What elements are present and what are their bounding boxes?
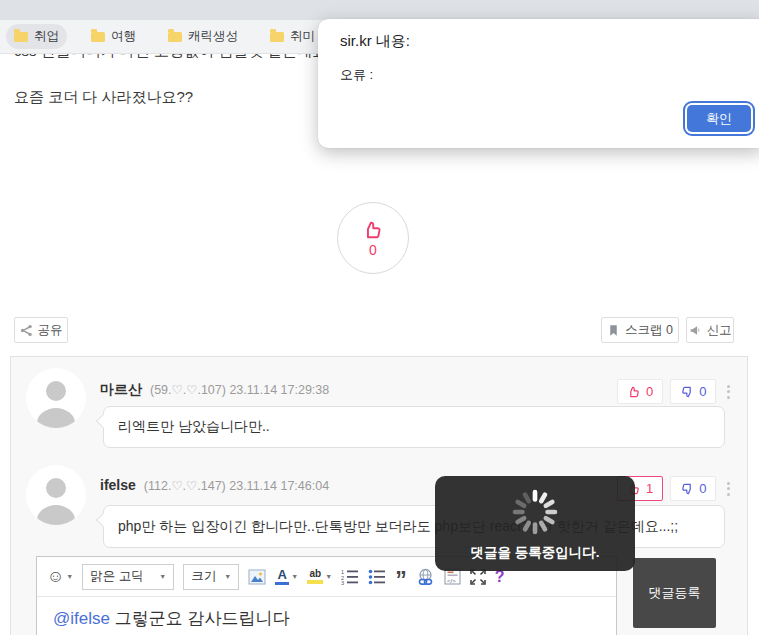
share-button[interactable]: 공유	[14, 317, 68, 343]
chevron-down-icon: ▼	[325, 573, 332, 580]
alert-dialog-title: sir.kr 내용:	[340, 32, 410, 51]
bookmark-folder-character[interactable]: 캐릭생성	[160, 24, 246, 49]
ordered-list-button[interactable]: 123	[341, 569, 359, 585]
insert-image-button[interactable]	[248, 569, 266, 585]
scrap-label: 스크랩 0	[625, 322, 673, 339]
emoji-button[interactable]: ☺▼	[47, 568, 73, 585]
alert-confirm-button[interactable]: 확인	[687, 105, 751, 132]
downvote-count: 0	[699, 384, 706, 399]
size-select[interactable]: 크기▼	[183, 564, 239, 590]
comment-text: 리엑트만 남았습니다만..	[118, 418, 270, 436]
downvote-count: 0	[699, 481, 706, 496]
unordered-list-icon	[368, 569, 386, 585]
text-color-icon: A	[275, 568, 289, 585]
bookmark-folder-travel[interactable]: 여행	[83, 24, 144, 49]
folder-icon	[168, 32, 182, 42]
loading-spinner-icon	[509, 486, 561, 538]
editor-content[interactable]: @ifelse 그렇군요 감사드립니다	[37, 597, 616, 630]
chevron-down-icon: ▼	[224, 573, 231, 580]
draft-text: 그렇군요 감사드립니다	[110, 609, 289, 628]
bookmark-folder-jobs[interactable]: 취업	[6, 24, 67, 49]
upvote-count: 0	[646, 384, 653, 399]
chevron-down-icon: ▼	[66, 573, 73, 580]
scrap-button[interactable]: 스크랩 0	[601, 317, 679, 343]
post-like-count: 0	[369, 242, 377, 258]
highlight-button[interactable]: ab▼	[307, 569, 332, 584]
text-color-button[interactable]: A▼	[275, 568, 298, 585]
bookmark-icon	[607, 324, 620, 337]
upvote-count: 1	[646, 481, 653, 496]
post-like-button[interactable]: 0	[337, 202, 409, 274]
thumbs-down-icon	[680, 385, 694, 399]
link-globe-icon	[416, 568, 435, 586]
person-icon	[26, 465, 86, 525]
comment-header: ifelse (112.♡.♡.147) 23.11.14 17:46:04	[100, 477, 329, 493]
share-label: 공유	[38, 322, 63, 339]
chevron-down-icon: ▼	[291, 573, 298, 580]
folder-icon	[91, 32, 105, 42]
bookmark-label: 캐릭생성	[188, 28, 238, 45]
thumbs-up-icon	[362, 219, 384, 241]
submit-comment-button[interactable]: 댓글등록	[633, 558, 716, 628]
ordered-list-icon: 123	[341, 569, 359, 585]
folder-icon	[14, 32, 28, 42]
bookmark-label: 취업	[34, 28, 59, 45]
thumbs-up-icon	[627, 385, 641, 399]
quote-button[interactable]: ”	[395, 567, 407, 585]
comment-votes: 0 0	[617, 379, 734, 404]
screen: css 건들더니가 다인 고정값이 심할것 같은데요 요즘 코더 다 사라졌나요…	[0, 0, 759, 635]
avatar[interactable]	[26, 368, 86, 428]
mention-link[interactable]: @ifelse	[53, 609, 110, 628]
bullet-list-button[interactable]	[368, 569, 386, 585]
font-select[interactable]: 맑은 고딕▼	[82, 564, 174, 590]
person-icon	[26, 368, 86, 428]
megaphone-icon	[689, 324, 702, 337]
comment-meta: (112.♡.♡.147) 23.11.14 17:46:04	[144, 478, 329, 493]
comment-menu-icon[interactable]	[723, 382, 734, 402]
font-select-value: 맑은 고딕	[90, 568, 143, 585]
size-select-value: 크기	[191, 568, 216, 585]
highlight-icon: ab	[307, 569, 323, 584]
image-icon	[248, 569, 266, 585]
comment-menu-icon[interactable]	[723, 479, 734, 499]
avatar[interactable]	[26, 465, 86, 525]
link-button[interactable]	[416, 568, 435, 586]
comment-downvote-button[interactable]: 0	[670, 476, 716, 501]
bookmark-folder-hobby[interactable]: 취미	[262, 24, 323, 49]
browser-tabstrip	[0, 0, 759, 20]
svg-text:3: 3	[341, 580, 344, 585]
bubble-tail	[96, 513, 110, 527]
comment-meta: (59.♡.♡.107) 23.11.14 17:29:38	[150, 382, 329, 397]
report-button[interactable]: 신고	[686, 317, 734, 343]
bubble-tail	[96, 414, 110, 428]
comment-bubble: 리엑트만 남았습니다만..	[103, 406, 725, 448]
folder-icon	[270, 32, 284, 42]
toast-message: 댓글을 등록중입니다.	[470, 544, 599, 562]
thumbs-down-icon	[680, 482, 694, 496]
alert-dialog-message: 오류 :	[340, 66, 373, 84]
comment-upvote-button[interactable]: 0	[617, 379, 663, 404]
bookmark-label: 취미	[290, 28, 315, 45]
loading-toast: 댓글을 등록중입니다.	[435, 476, 635, 571]
alert-dialog: sir.kr 내용: 오류 : 확인	[318, 19, 759, 148]
share-icon	[20, 324, 33, 337]
quote-icon: ”	[395, 576, 407, 585]
svg-text:</>: </>	[447, 578, 456, 584]
bookmark-label: 여행	[111, 28, 136, 45]
comment-downvote-button[interactable]: 0	[670, 379, 716, 404]
report-label: 신고	[707, 322, 732, 339]
comment-author[interactable]: ifelse	[100, 477, 136, 493]
emoji-icon: ☺	[47, 568, 64, 585]
chevron-down-icon: ▼	[159, 573, 166, 580]
post-body-line: 요즘 코더 다 사라졌나요??	[14, 88, 193, 107]
comment-header: 마르산 (59.♡.♡.107) 23.11.14 17:29:38	[100, 381, 329, 399]
comment-author[interactable]: 마르산	[100, 381, 142, 399]
